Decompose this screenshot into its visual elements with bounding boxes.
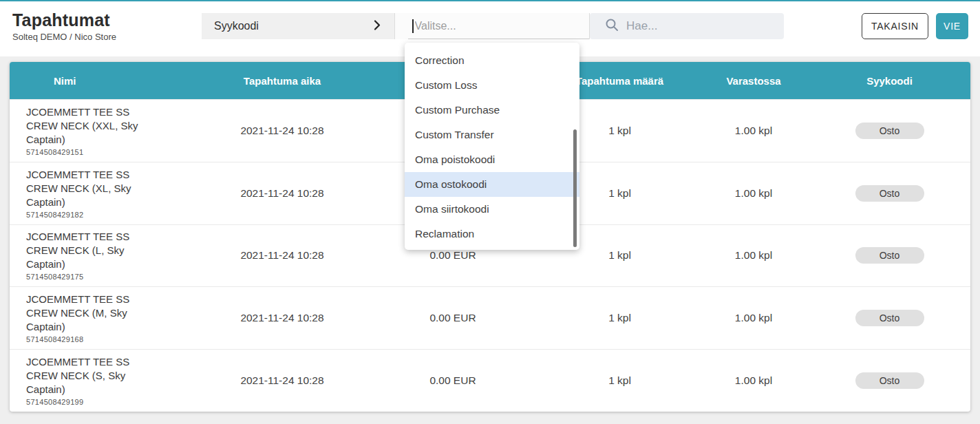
table-row[interactable]: JCOEMMETT TEE SS CREW NECK (M, Sky Capta… xyxy=(10,286,970,349)
back-button[interactable]: TAKAISIN xyxy=(862,13,928,39)
reason-code-badge: Osto xyxy=(855,310,924,326)
column-header-time: Tapahtuma aika xyxy=(220,75,344,87)
dropdown-option[interactable]: Custom Loss xyxy=(405,73,579,98)
transaction-time: 2021-11-24 10:28 xyxy=(220,374,344,387)
product-barcode: 5714508429151 xyxy=(26,148,220,156)
transaction-time: 2021-11-24 10:28 xyxy=(220,187,344,200)
column-header-name: Nimi xyxy=(10,75,220,87)
transaction-time: 2021-11-24 10:28 xyxy=(220,312,344,324)
filter-bar: Syykoodi xyxy=(202,13,784,39)
reason-code-input[interactable] xyxy=(415,20,566,32)
column-header-reason: Syykoodi xyxy=(829,75,970,87)
product-name: JCOEMMETT TEE SS CREW NECK (XXL, Sky Cap… xyxy=(26,105,220,147)
product-name: JCOEMMETT TEE SS CREW NECK (L, Sky Capta… xyxy=(26,230,220,271)
dropdown-option[interactable]: Custom Transfer xyxy=(405,123,579,147)
product-name: JCOEMMETT TEE SS CREW NECK (XL, Sky Capt… xyxy=(26,168,220,209)
search-icon xyxy=(605,18,619,34)
product-barcode: 5714508429175 xyxy=(26,273,220,281)
reason-code-badge: Osto xyxy=(855,372,924,389)
page-title: Tapahtumat xyxy=(12,10,116,30)
reason-code-dropdown: Correction Custom Loss Custom Purchase C… xyxy=(405,43,579,250)
stock-amount: 1.00 kpl xyxy=(678,249,829,262)
transaction-time: 2021-11-24 10:28 xyxy=(220,125,344,137)
title-block: Tapahtumat Solteq DEMO / Nico Store xyxy=(12,10,116,42)
transaction-amount: 1 kpl xyxy=(562,374,678,387)
product-barcode: 5714508429199 xyxy=(26,398,220,406)
dropdown-option[interactable]: Oma ostokoodi xyxy=(405,172,579,197)
reason-code-badge: Osto xyxy=(855,247,924,264)
dropdown-scrollbar[interactable] xyxy=(573,129,577,247)
transaction-amount: 1 kpl xyxy=(562,312,678,324)
search-input[interactable] xyxy=(626,19,771,33)
transaction-amount: 1 kpl xyxy=(562,249,678,262)
reason-code-badge: Osto xyxy=(855,185,924,202)
dropdown-option[interactable]: Reclamation xyxy=(405,222,579,246)
reason-code-select[interactable] xyxy=(394,13,590,39)
table-row[interactable]: JCOEMMETT TEE SS CREW NECK (S, Sky Capta… xyxy=(10,349,970,412)
transaction-price: 0.00 EUR xyxy=(344,312,562,324)
dropdown-option[interactable]: Oma poistokoodi xyxy=(405,147,579,172)
search-field[interactable] xyxy=(590,13,784,39)
stock-amount: 1.00 kpl xyxy=(678,374,829,387)
stock-amount: 1.00 kpl xyxy=(678,125,829,137)
filter-type-label: Syykoodi xyxy=(214,20,259,32)
reason-code-badge: Osto xyxy=(855,123,924,139)
transaction-price: 0.00 EUR xyxy=(344,249,562,262)
transaction-price: 0.00 EUR xyxy=(344,374,562,387)
product-name: JCOEMMETT TEE SS CREW NECK (S, Sky Capta… xyxy=(26,355,220,396)
dropdown-option[interactable]: Correction xyxy=(405,48,579,73)
column-header-stock: Varastossa xyxy=(678,75,829,87)
product-barcode: 5714508429182 xyxy=(26,211,220,219)
product-barcode: 5714508429168 xyxy=(26,335,220,343)
stock-amount: 1.00 kpl xyxy=(678,312,829,324)
transaction-time: 2021-11-24 10:28 xyxy=(220,249,344,262)
product-name: JCOEMMETT TEE SS CREW NECK (M, Sky Capta… xyxy=(26,293,220,334)
filter-type-select[interactable]: Syykoodi xyxy=(202,13,394,39)
text-caret xyxy=(412,19,414,33)
chevron-right-icon xyxy=(374,20,381,33)
dropdown-option[interactable]: Custom Purchase xyxy=(405,98,579,123)
action-buttons: TAKAISIN VIE xyxy=(862,13,968,39)
dropdown-option[interactable]: Oma siirtokoodi xyxy=(405,197,579,222)
export-button[interactable]: VIE xyxy=(936,13,968,39)
store-breadcrumb: Solteq DEMO / Nico Store xyxy=(12,32,116,42)
stock-amount: 1.00 kpl xyxy=(678,187,829,200)
